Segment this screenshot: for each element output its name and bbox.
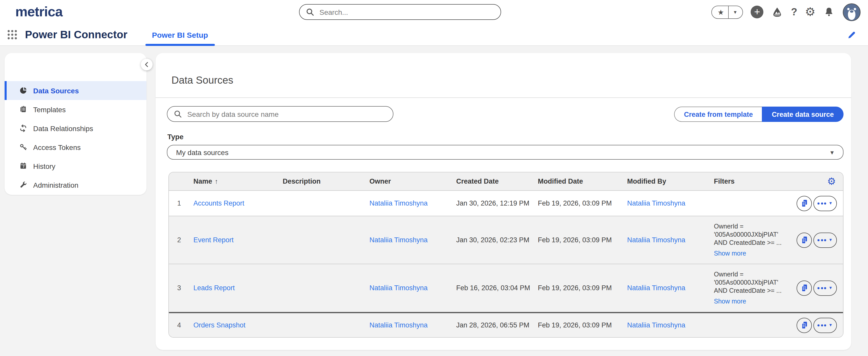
owner-link[interactable]: Nataliia Timoshyna — [369, 236, 428, 244]
notifications-bell-icon[interactable] — [823, 6, 835, 18]
data-sources-table: Name↑ Description Owner Created Date Mod… — [168, 172, 843, 337]
type-filter-label: Type — [167, 133, 183, 141]
data-source-search-input[interactable] — [186, 109, 380, 119]
sidebar-item-label: Administration — [33, 181, 78, 189]
chevron-down-icon: ▼ — [829, 286, 833, 290]
filters-cell — [710, 321, 792, 329]
tab-active-underline — [145, 43, 215, 46]
row-number: 2 — [169, 236, 189, 244]
app-launcher-icon[interactable] — [6, 29, 19, 41]
chevron-down-icon: ▼ — [829, 323, 833, 327]
table-row: 4 Orders Snapshot Nataliia Timoshyna Jan… — [169, 312, 843, 337]
sidebar-item-access-tokens[interactable]: Access Tokens — [5, 138, 147, 157]
help-icon[interactable]: ? — [791, 6, 797, 18]
create-data-source-button[interactable]: Create data source — [762, 106, 843, 122]
owner-link[interactable]: Nataliia Timoshyna — [369, 284, 428, 292]
sidebar-item-data-sources[interactable]: Data Sources — [5, 81, 147, 100]
table-header-row: Name↑ Description Owner Created Date Mod… — [169, 172, 843, 191]
type-filter-select[interactable]: My data sources ▼ — [167, 145, 843, 160]
user-avatar[interactable] — [842, 3, 861, 21]
modified-date-cell: Feb 19, 2026, 03:09 PM — [534, 321, 623, 329]
svg-text:7: 7 — [23, 165, 25, 168]
modified-by-link[interactable]: Nataliia Timoshyna — [627, 236, 685, 244]
copy-icon — [800, 283, 809, 292]
table-row: 1 Accounts Report Nataliia Timoshyna Jan… — [169, 191, 843, 216]
copy-icon — [800, 321, 809, 330]
column-header-filters[interactable]: Filters — [710, 177, 792, 185]
copy-data-source-button[interactable] — [797, 318, 812, 333]
row-number: 4 — [169, 321, 189, 329]
row-actions-menu-button[interactable]: ▼ — [813, 318, 837, 333]
row-actions-menu-button[interactable]: ▼ — [813, 196, 837, 211]
show-more-link[interactable]: Show more — [714, 250, 746, 258]
title-divider — [156, 97, 851, 98]
created-date-cell: Jan 30, 2026, 12:19 PM — [452, 199, 534, 207]
global-search-input[interactable] — [318, 7, 487, 17]
row-actions-menu-button[interactable]: ▼ — [813, 280, 837, 296]
copy-icon — [800, 235, 809, 245]
logo: metrica — [15, 4, 63, 20]
sidebar-item-label: History — [33, 162, 55, 170]
filters-cell — [710, 199, 792, 207]
setup-gear-icon[interactable]: ⚙ — [805, 6, 815, 18]
row-number: 1 — [169, 199, 189, 207]
table-settings-gear-icon[interactable]: ⚙ — [827, 176, 836, 186]
modified-date-cell: Feb 19, 2026, 03:09 PM — [534, 199, 623, 207]
tab-power-bi-setup[interactable]: Power BI Setup — [145, 24, 215, 46]
global-header-icons: ★ ▼ + ? ⚙ — [712, 0, 861, 24]
global-search[interactable] — [299, 4, 501, 20]
data-source-search[interactable] — [167, 106, 394, 122]
data-source-name-link[interactable]: Event Report — [193, 236, 234, 244]
row-number: 3 — [169, 284, 189, 292]
chevron-left-icon — [144, 61, 150, 68]
copy-data-source-button[interactable] — [797, 280, 812, 296]
sort-ascending-icon[interactable]: ↑ — [215, 177, 218, 185]
quick-add-icon[interactable]: + — [751, 6, 764, 19]
sidebar-item-data-relationships[interactable]: Data Relationships — [5, 119, 147, 138]
row-actions: ▼ — [792, 232, 843, 248]
trailhead-icon[interactable] — [771, 6, 783, 18]
data-source-name-link[interactable]: Accounts Report — [193, 199, 244, 207]
chevron-down-icon: ▼ — [829, 238, 833, 242]
sidebar-collapse-button[interactable] — [141, 59, 153, 70]
modified-by-link[interactable]: Nataliia Timoshyna — [627, 321, 685, 329]
row-actions: ▼ — [792, 280, 843, 296]
row-actions-menu-button[interactable]: ▼ — [813, 232, 837, 248]
filters-text: OwnerId = '005As00000JXbjPIAT' AND Creat… — [714, 270, 788, 295]
create-from-template-button[interactable]: Create from template — [674, 106, 762, 122]
filters-cell: OwnerId = '005As00000JXbjPIAT' AND Creat… — [710, 266, 792, 310]
column-header-modified-by[interactable]: Modified By — [623, 177, 710, 185]
column-header-description[interactable]: Description — [279, 177, 365, 185]
row-actions: ▼ — [792, 318, 843, 333]
page-title: Data Sources — [172, 74, 233, 86]
chevron-down-icon: ▼ — [829, 201, 833, 205]
data-source-name-link[interactable]: Leads Report — [193, 284, 235, 292]
show-more-link[interactable]: Show more — [714, 298, 746, 306]
sidebar-item-history[interactable]: 7 History — [5, 157, 147, 175]
edit-pencil-icon[interactable] — [846, 30, 856, 39]
column-header-owner[interactable]: Owner — [365, 177, 452, 185]
global-header: metrica ★ ▼ + ? ⚙ — [0, 0, 868, 24]
sidebar-item-administration[interactable]: Administration — [5, 175, 147, 194]
created-date-cell: Feb 16, 2026, 03:04 PM — [452, 284, 534, 292]
data-source-name-link[interactable]: Orders Snapshot — [193, 321, 245, 329]
modified-by-link[interactable]: Nataliia Timoshyna — [627, 284, 685, 292]
owner-link[interactable]: Nataliia Timoshyna — [369, 321, 428, 329]
column-header-name[interactable]: Name↑ — [189, 177, 279, 185]
column-header-modified-date[interactable]: Modified Date — [534, 177, 623, 185]
sidebar: Data Sources Templates Data Relationship… — [5, 53, 147, 195]
copy-data-source-button[interactable] — [797, 196, 812, 211]
sidebar-item-templates[interactable]: Templates — [5, 100, 147, 119]
calendar-icon: 7 — [19, 162, 28, 170]
page-body: Data Sources Templates Data Relationship… — [0, 46, 868, 356]
app-name: Power BI Connector — [25, 29, 127, 41]
modified-by-link[interactable]: Nataliia Timoshyna — [627, 199, 685, 207]
table-row: 3 Leads Report Nataliia Timoshyna Feb 16… — [169, 264, 843, 312]
modified-date-cell: Feb 19, 2026, 03:09 PM — [534, 236, 623, 244]
favorites-dropdown-icon[interactable]: ▼ — [729, 9, 742, 14]
owner-link[interactable]: Nataliia Timoshyna — [369, 199, 428, 207]
copy-data-source-button[interactable] — [797, 232, 812, 248]
favorites-control: ★ ▼ — [712, 5, 743, 19]
column-header-created-date[interactable]: Created Date — [452, 177, 534, 185]
favorites-star-icon[interactable]: ★ — [712, 5, 728, 19]
